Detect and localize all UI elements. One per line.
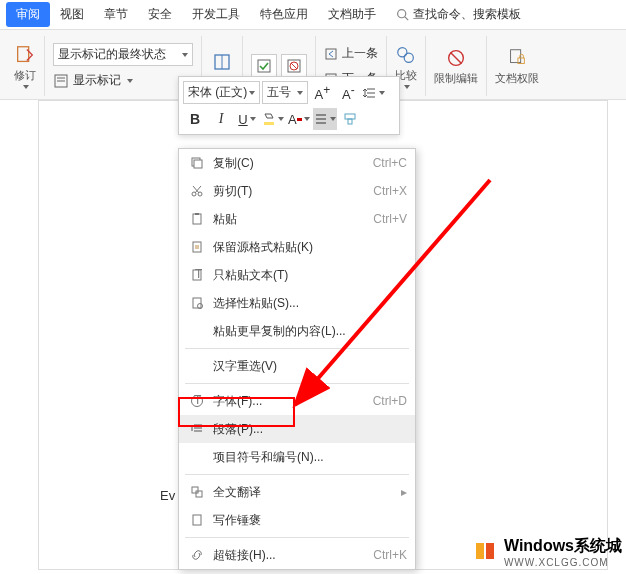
doc-permission-button[interactable]: 文档权限: [495, 47, 539, 86]
svg-rect-36: [195, 213, 199, 215]
link-icon: [190, 548, 204, 562]
show-marks-button[interactable]: 显示标记: [73, 72, 121, 89]
clipboard-special-icon: [190, 296, 204, 310]
pencil-doc-icon: [14, 44, 36, 66]
writing-icon: [190, 513, 204, 527]
logo-icon: [474, 539, 500, 565]
menu-hyperlink[interactable]: 超链接(H)...Ctrl+K: [179, 541, 415, 569]
prev-change-button[interactable]: 上一条: [324, 45, 378, 62]
copy-icon: [190, 156, 204, 170]
menu-cut[interactable]: 剪切(T)Ctrl+X: [179, 177, 415, 205]
menu-separator: [185, 537, 409, 538]
menu-writing[interactable]: 写作锤褒: [179, 506, 415, 534]
tab-dochelper[interactable]: 文档助手: [318, 2, 386, 27]
svg-line-17: [451, 52, 462, 63]
svg-rect-2: [18, 46, 29, 61]
menu-paste[interactable]: 粘贴Ctrl+V: [179, 205, 415, 233]
bold-button[interactable]: B: [183, 108, 207, 130]
underline-button[interactable]: U: [235, 108, 259, 130]
clipboard-format-icon: [190, 240, 204, 254]
shrink-font-button[interactable]: A-: [336, 82, 360, 104]
chevron-down-icon: [297, 91, 303, 95]
reject-button[interactable]: [281, 54, 307, 78]
shield-icon: [506, 47, 528, 69]
lock-icon: [445, 47, 467, 69]
toolgroup-perm: 文档权限: [487, 36, 547, 96]
tab-review[interactable]: 审阅: [6, 2, 50, 27]
accept-button[interactable]: [251, 54, 277, 78]
italic-button[interactable]: I: [209, 108, 233, 130]
menu-paste-earlier[interactable]: 粘贴更早复制的内容(L)...: [179, 317, 415, 345]
menu-translate[interactable]: 全文翻译▸: [179, 478, 415, 506]
watermark-url: WWW.XCLGG.COM: [504, 557, 622, 568]
menu-bar: 审阅 视图 章节 安全 开发工具 特色应用 文档助手 查找命令、搜索模板: [0, 0, 626, 30]
font-size-combo[interactable]: 五号: [262, 81, 308, 104]
chevron-down-icon: [304, 117, 310, 121]
svg-rect-12: [326, 49, 336, 59]
restrict-edit-button[interactable]: 限制编辑: [434, 47, 478, 86]
status-combo-label: 显示标记的最终状态: [58, 46, 166, 63]
svg-text:T: T: [195, 268, 203, 281]
prev-icon: [324, 47, 338, 61]
menu-font[interactable]: T字体(F)...Ctrl+D: [179, 387, 415, 415]
line-spacing-button[interactable]: [362, 82, 386, 104]
menu-separator: [185, 383, 409, 384]
svg-rect-37: [193, 242, 201, 252]
grow-font-button[interactable]: A+: [310, 82, 334, 104]
svg-rect-40: [193, 298, 201, 308]
chevron-down-icon: [330, 117, 336, 121]
chevron-down-icon: [404, 85, 410, 89]
svg-text:T: T: [194, 394, 202, 407]
command-search[interactable]: 查找命令、搜索模板: [396, 6, 521, 23]
svg-rect-27: [345, 114, 355, 119]
paragraph-icon: [190, 422, 204, 436]
toolgroup-restrict: 限制编辑: [426, 36, 487, 96]
svg-rect-49: [193, 515, 201, 525]
svg-rect-30: [194, 160, 202, 168]
chevron-down-icon: [249, 91, 255, 95]
chevron-down-icon: [379, 91, 385, 95]
clipboard-icon: [190, 212, 204, 226]
svg-line-11: [291, 63, 297, 69]
svg-rect-8: [258, 60, 270, 72]
format-painter-button[interactable]: [339, 108, 363, 130]
align-button[interactable]: [313, 108, 337, 130]
toolgroup-revise: 修订: [6, 36, 45, 96]
chevron-down-icon: [278, 117, 284, 121]
tab-security[interactable]: 安全: [138, 2, 182, 27]
menu-copy[interactable]: 复制(C)Ctrl+C: [179, 149, 415, 177]
tab-chapter[interactable]: 章节: [94, 2, 138, 27]
scissors-icon: [190, 184, 204, 198]
font-color-button[interactable]: A: [287, 108, 311, 130]
menu-bullets[interactable]: 项目符号和编号(N)...: [179, 443, 415, 471]
translate-icon: [190, 485, 204, 499]
revise-label: 修订: [14, 68, 36, 83]
clipboard-text-icon: T: [190, 268, 204, 282]
tab-special[interactable]: 特色应用: [250, 2, 318, 27]
menu-separator: [185, 348, 409, 349]
menu-separator: [185, 474, 409, 475]
revise-button[interactable]: 修订: [14, 44, 36, 89]
menu-paste-text[interactable]: T只粘贴文本(T): [179, 261, 415, 289]
font-name-combo[interactable]: 宋体 (正文): [183, 81, 260, 104]
font-icon: T: [190, 394, 204, 408]
svg-rect-52: [476, 543, 484, 559]
menu-paragraph[interactable]: 段落(P)...: [179, 415, 415, 443]
svg-point-0: [398, 10, 406, 18]
tab-view[interactable]: 视图: [50, 2, 94, 27]
show-marks-icon: [53, 73, 69, 89]
svg-rect-18: [511, 49, 521, 62]
search-placeholder: 查找命令、搜索模板: [413, 6, 521, 23]
tab-devtools[interactable]: 开发工具: [182, 2, 250, 27]
svg-rect-35: [193, 214, 201, 224]
review-pane-button[interactable]: [210, 51, 234, 73]
svg-rect-23: [264, 122, 274, 125]
menu-hanzi[interactable]: 汉字重选(V): [179, 352, 415, 380]
menu-paste-keep[interactable]: 保留源格式粘贴(K): [179, 233, 415, 261]
review-status-combo[interactable]: 显示标记的最终状态: [53, 43, 193, 66]
menu-paste-special[interactable]: 选择性粘贴(S)...: [179, 289, 415, 317]
highlight-button[interactable]: [261, 108, 285, 130]
watermark: Windows系统城 WWW.XCLGG.COM: [474, 536, 622, 568]
svg-rect-47: [192, 487, 198, 493]
chevron-down-icon: [127, 79, 133, 83]
